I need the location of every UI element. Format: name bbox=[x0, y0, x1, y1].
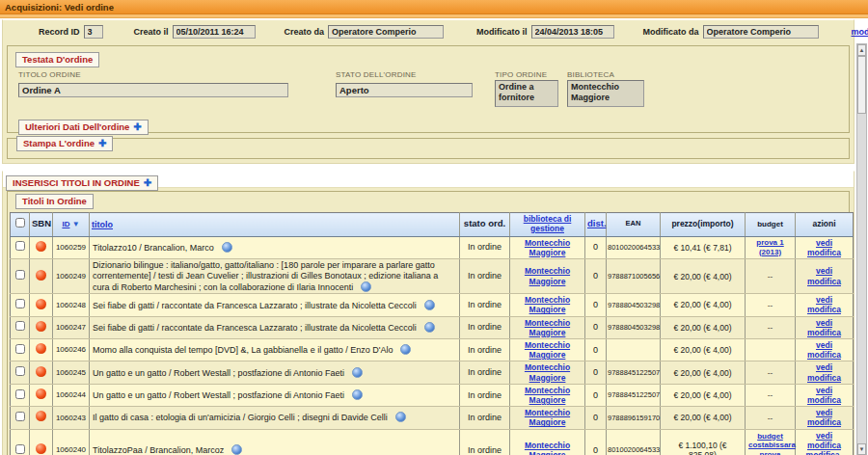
dist-cell: 0 bbox=[585, 294, 607, 316]
modificato-il-field[interactable] bbox=[531, 25, 614, 39]
azione-vedi-link[interactable]: vedi bbox=[816, 431, 832, 441]
prezzo-cell: € 20,00 (€ 4,00) bbox=[661, 407, 746, 429]
row-checkbox[interactable] bbox=[15, 270, 25, 280]
table-row: 1060240 TitolazzoPaa / Brancalion, Marco… bbox=[11, 429, 854, 455]
prezzo-cell: € 10,41 (€ 7,81) bbox=[661, 236, 746, 258]
azione-modifica-link[interactable]: modifica bbox=[807, 417, 841, 427]
biblioteca-cell: Montecchio Maggiore bbox=[510, 294, 585, 316]
modificato-da-field[interactable] bbox=[703, 25, 819, 39]
titoli-panel: INSERISCI TITOLI IN ORDINE✚ Titoli In Or… bbox=[2, 171, 854, 455]
id-cell: 1060259 bbox=[53, 236, 90, 258]
biblioteca-gestione-link[interactable]: Montecchio Maggiore bbox=[525, 362, 570, 382]
azione-vedi-link[interactable]: vedi bbox=[816, 362, 832, 372]
sbn-cell bbox=[30, 258, 53, 293]
notizia-icon[interactable] bbox=[361, 281, 371, 292]
notizia-icon[interactable] bbox=[395, 412, 406, 422]
azione-modifica-link[interactable]: modifica bbox=[807, 441, 841, 450]
notizia-icon[interactable] bbox=[352, 389, 363, 400]
biblioteca-gestione-link[interactable]: Montecchio Maggiore bbox=[525, 441, 570, 455]
scrollbar-track[interactable] bbox=[857, 56, 866, 443]
notizia-icon[interactable] bbox=[424, 322, 435, 333]
notizia-icon[interactable] bbox=[400, 344, 411, 355]
azione-modifica-link[interactable]: modifica bbox=[807, 328, 841, 337]
scroll-up-button[interactable]: ▲ bbox=[857, 44, 866, 56]
biblioteca-gestione-link[interactable]: Montecchio Maggiore bbox=[525, 238, 570, 257]
azione-vedi-link[interactable]: vedi bbox=[816, 295, 832, 305]
inserisci-titoli-toggle[interactable]: INSERISCI TITOLI IN ORDINE✚ bbox=[6, 175, 158, 191]
row-checkbox[interactable] bbox=[15, 344, 25, 354]
notizia-icon[interactable] bbox=[352, 367, 363, 378]
stampa-ordine-toggle[interactable]: Stampa L'ordine✚ bbox=[16, 136, 113, 151]
record-id-field[interactable] bbox=[84, 25, 103, 39]
stato-cell: In ordine bbox=[460, 361, 510, 384]
titolo-sort-link[interactable]: titolo bbox=[92, 220, 113, 229]
dist-cell: 0 bbox=[585, 361, 607, 384]
row-select-cell bbox=[11, 316, 30, 338]
row-checkbox[interactable] bbox=[15, 241, 25, 251]
azione-vedi-link[interactable]: vedi bbox=[816, 318, 832, 328]
azione-modifica-notizia-link[interactable]: modifica-notizia bbox=[806, 450, 843, 455]
azione-modifica-link[interactable]: modifica bbox=[807, 305, 841, 314]
stato-ordine-field[interactable] bbox=[336, 83, 473, 97]
stampa-fieldset: Stampa L'ordine✚ bbox=[7, 138, 850, 159]
stato-cell: In ordine bbox=[460, 339, 510, 361]
azione-vedi-link[interactable]: vedi bbox=[816, 238, 832, 248]
biblioteca-label: BIBLIOTECA bbox=[567, 70, 644, 79]
azione-vedi-link[interactable]: vedi bbox=[816, 408, 832, 417]
dist-sort-link[interactable]: dist. bbox=[587, 218, 607, 228]
row-checkbox[interactable] bbox=[15, 299, 25, 308]
row-checkbox[interactable] bbox=[15, 412, 25, 421]
azione-modifica-link[interactable]: modifica bbox=[807, 277, 841, 286]
row-checkbox[interactable] bbox=[15, 321, 25, 331]
dist-cell: 0 bbox=[585, 258, 607, 293]
notizia-icon[interactable] bbox=[222, 242, 232, 253]
biblioteca-cell: Montecchio Maggiore bbox=[510, 384, 585, 406]
stato-ordine-label: STATO DELL'ORDINE bbox=[336, 70, 473, 79]
id-cell: 1060246 bbox=[53, 339, 90, 361]
modifiche-storiche-link[interactable]: modifiche storiche bbox=[852, 27, 868, 37]
azione-modifica-link[interactable]: modifica bbox=[807, 395, 841, 405]
azione-modifica-link[interactable]: modifica bbox=[807, 373, 841, 383]
main-content: Record ID Creato il Creato da Modificato… bbox=[0, 18, 868, 455]
azione-modifica-link[interactable]: modifica bbox=[807, 350, 841, 360]
notizia-icon[interactable] bbox=[231, 444, 242, 455]
id-cell: 1060240 bbox=[53, 429, 90, 455]
titoli-fieldset: Titoli In Ordine SBN ID ▼ titolo stato o… bbox=[7, 191, 850, 455]
biblioteca-gestione-link[interactable]: Montecchio Maggiore bbox=[525, 295, 570, 314]
prezzo-cell: € 1.100,10 (€ 825,08) bbox=[661, 429, 746, 455]
budget-link[interactable]: prova 1 (2013) bbox=[756, 238, 783, 256]
row-checkbox[interactable] bbox=[15, 444, 25, 454]
row-checkbox[interactable] bbox=[15, 389, 25, 399]
azione-modifica-link[interactable]: modifica bbox=[807, 248, 841, 257]
row-checkbox[interactable] bbox=[15, 366, 25, 376]
vertical-scrollbar[interactable]: ▲ ▼ bbox=[856, 43, 867, 455]
budget-cell bbox=[746, 339, 796, 361]
azione-vedi-link[interactable]: vedi bbox=[816, 266, 832, 276]
titolo-ordine-field[interactable] bbox=[18, 83, 288, 97]
biblioteca-gestione-link[interactable]: Montecchio Maggiore bbox=[525, 386, 570, 405]
titolo-text: Titolazzo10 / Brancalion, Marco bbox=[93, 243, 214, 253]
biblioteca-gestione-link[interactable]: Montecchio Maggiore bbox=[525, 340, 570, 360]
scrollbar-thumb[interactable] bbox=[857, 56, 866, 114]
scroll-down-button[interactable]: ▼ bbox=[857, 443, 866, 455]
budget-link[interactable]: budget costabissara prova (2013) bbox=[748, 432, 796, 455]
azioni-cell: vedi modifica bbox=[796, 236, 854, 258]
biblioteca-gestione-link[interactable]: Montecchio Maggiore bbox=[525, 318, 570, 337]
ulteriori-dati-toggle[interactable]: Ulteriori Dati Dell'ordine✚ bbox=[18, 120, 149, 135]
id-sort-link[interactable]: ID bbox=[62, 220, 69, 228]
azione-vedi-link[interactable]: vedi bbox=[816, 386, 832, 395]
select-all-checkbox[interactable] bbox=[15, 218, 25, 228]
creato-da-field[interactable] bbox=[328, 25, 444, 39]
titolo-cell: Un gatto e un gatto / Robert Westall ; p… bbox=[90, 384, 460, 406]
id-cell: 1060247 bbox=[53, 316, 90, 338]
titolo-ordine-label: TITOLO ORDINE bbox=[18, 70, 288, 79]
sbn-cell bbox=[30, 407, 53, 429]
dist-cell: 0 bbox=[585, 407, 607, 429]
creato-il-field[interactable] bbox=[173, 25, 256, 39]
azione-vedi-link[interactable]: vedi bbox=[816, 340, 832, 350]
notizia-icon[interactable] bbox=[424, 300, 435, 310]
biblioteca-sort-link[interactable]: biblioteca di gestione bbox=[524, 214, 572, 233]
titolo-text: Dizionario bilingue : italiano/gatto, ga… bbox=[93, 260, 438, 292]
biblioteca-gestione-link[interactable]: Montecchio Maggiore bbox=[525, 266, 570, 285]
biblioteca-gestione-link[interactable]: Montecchio Maggiore bbox=[525, 408, 570, 427]
